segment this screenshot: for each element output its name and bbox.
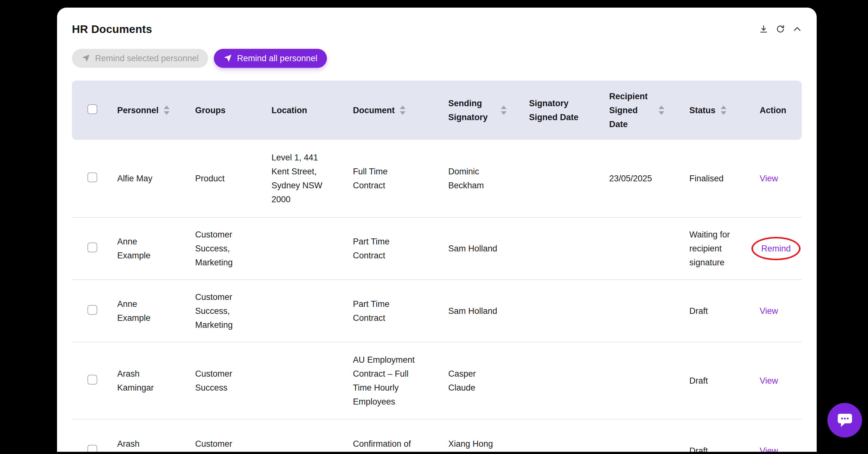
- toolbar: Remind selected personnel Remind all per…: [72, 49, 802, 68]
- sort-arrows-icon[interactable]: [721, 106, 726, 115]
- groups-text: Customer Success: [195, 367, 254, 395]
- action-remind-link[interactable]: Remind: [761, 244, 791, 253]
- refresh-icon[interactable]: [775, 24, 785, 34]
- header-label: Personnel: [117, 103, 159, 117]
- row-checkbox[interactable]: [87, 305, 97, 315]
- cell-signatory-signed-date: [525, 342, 605, 420]
- cell-personnel: Arash Kamingar: [113, 420, 191, 454]
- cell-sending-signatory: Dominic Beckham: [444, 140, 525, 218]
- cell-document: Part Time Contract: [348, 218, 444, 280]
- table-row: Arash Kamingar Customer Success AU Emplo…: [72, 342, 802, 420]
- action-view-link[interactable]: View: [760, 376, 778, 386]
- header-label: Location: [272, 103, 307, 117]
- cell-recipient-signed-date: [605, 218, 685, 280]
- cell-groups: Product: [191, 140, 267, 218]
- cell-status: Draft: [685, 280, 755, 342]
- table-row: Alfie May Product Level 1, 441 Kent Stre…: [72, 140, 802, 218]
- remind-selected-button[interactable]: Remind selected personnel: [72, 49, 208, 68]
- row-checkbox[interactable]: [87, 445, 97, 454]
- header-label: Status: [689, 103, 716, 117]
- cell-action: View: [755, 342, 802, 420]
- header-select-cell: [72, 81, 113, 140]
- action-view-link[interactable]: View: [760, 306, 778, 316]
- sort-arrows-icon[interactable]: [400, 106, 405, 115]
- header-label: Action: [760, 103, 786, 117]
- status-text: Waiting for recipient signature: [689, 228, 754, 269]
- remind-all-button[interactable]: Remind all personnel: [214, 49, 327, 68]
- cell-groups: Customer Success: [191, 420, 267, 454]
- sending-signatory-text: Casper Claude: [448, 367, 500, 395]
- document-text: Confirmation of Salary Raise: [353, 437, 421, 454]
- document-text: Part Time Contract: [353, 235, 421, 262]
- status-text: Draft: [689, 444, 708, 454]
- cell-location: [267, 218, 348, 280]
- status-text: Draft: [689, 304, 708, 318]
- sending-signatory-text: Sam Holland: [448, 304, 497, 318]
- sending-signatory-text: Dominic Beckham: [448, 165, 500, 193]
- header-location: Location: [267, 81, 348, 140]
- cell-status: Draft: [685, 342, 755, 420]
- sort-arrows-icon[interactable]: [164, 106, 169, 115]
- cell-location: Level 1, 441 Kent Street, Sydney NSW 200…: [267, 140, 348, 218]
- sending-signatory-text: Sam Holland: [448, 242, 497, 256]
- select-all-checkbox[interactable]: [87, 104, 97, 114]
- header-label: Sending Signatory: [448, 96, 496, 124]
- cell-document: Part Time Contract: [348, 280, 444, 342]
- header-label: Groups: [195, 103, 225, 117]
- header-status: Status: [685, 81, 755, 140]
- row-select-cell: [72, 140, 113, 218]
- row-checkbox[interactable]: [87, 243, 97, 252]
- table-row: Anne Example Customer Success, Marketing…: [72, 218, 802, 280]
- cell-groups: Customer Success, Marketing: [191, 280, 267, 342]
- annotation-ellipse: Remind: [751, 237, 801, 260]
- send-icon: [82, 54, 90, 63]
- page-title: HR Documents: [72, 23, 802, 35]
- hr-documents-table: Personnel Groups Location Document: [72, 81, 802, 454]
- header-label: Signatory Signed Date: [529, 96, 585, 124]
- cell-recipient-signed-date: [605, 342, 685, 420]
- row-select-cell: [72, 218, 113, 280]
- row-checkbox[interactable]: [87, 172, 97, 182]
- sort-arrows-icon[interactable]: [659, 106, 664, 115]
- cell-signatory-signed-date: [525, 280, 605, 342]
- header-personnel: Personnel: [113, 81, 191, 140]
- cell-location: [267, 420, 348, 454]
- sending-signatory-text: Xiang Hong Ong: [448, 437, 500, 454]
- status-text: Draft: [689, 374, 708, 388]
- action-view-link[interactable]: View: [760, 446, 778, 454]
- cell-personnel: Alfie May: [113, 140, 191, 218]
- cell-document: Confirmation of Salary Raise: [348, 420, 444, 454]
- download-icon[interactable]: [759, 24, 769, 34]
- cell-personnel: Anne Example: [113, 218, 191, 280]
- cell-groups: Customer Success, Marketing: [191, 218, 267, 280]
- action-view-link[interactable]: View: [760, 174, 778, 183]
- cell-groups: Customer Success: [191, 342, 267, 420]
- collapse-icon[interactable]: [792, 24, 802, 34]
- personnel-text: Anne Example: [117, 297, 165, 325]
- cell-recipient-signed-date: [605, 280, 685, 342]
- personnel-text: Arash Kamingar: [117, 367, 165, 395]
- document-text: Full Time Contract: [353, 165, 421, 193]
- header-signatory-signed-date: Signatory Signed Date: [525, 81, 605, 140]
- personnel-text: Alfie May: [117, 172, 152, 186]
- cell-recipient-signed-date: [605, 420, 685, 454]
- row-select-cell: [72, 420, 113, 454]
- cell-sending-signatory: Casper Claude: [444, 342, 525, 420]
- cell-action: View: [755, 280, 802, 342]
- groups-text: Customer Success: [195, 437, 254, 454]
- chat-launcher-button[interactable]: [828, 403, 862, 437]
- cell-document: Full Time Contract: [348, 140, 444, 218]
- cell-action: View: [755, 420, 802, 454]
- cell-action: Remind: [755, 218, 802, 280]
- groups-text: Customer Success, Marketing: [195, 228, 254, 269]
- document-text: AU Employment Contract – Full Time Hourl…: [353, 353, 421, 409]
- cell-signatory-signed-date: [525, 140, 605, 218]
- row-checkbox[interactable]: [87, 375, 97, 385]
- cell-signatory-signed-date: [525, 218, 605, 280]
- location-text: Level 1, 441 Kent Street, Sydney NSW 200…: [272, 150, 335, 206]
- header-groups: Groups: [191, 81, 267, 140]
- table-header-row: Personnel Groups Location Document: [72, 81, 802, 140]
- header-recipient-signed-date: Recipient Signed Date: [605, 81, 685, 140]
- panel-header-icons: [759, 24, 802, 34]
- sort-arrows-icon[interactable]: [501, 106, 506, 115]
